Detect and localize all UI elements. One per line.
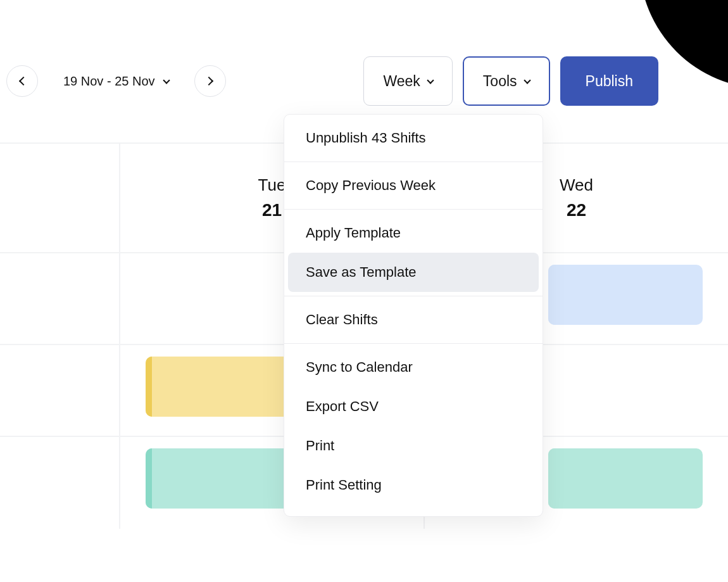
menu-section: Copy Previous Week (284, 162, 543, 209)
chevron-left-icon (18, 77, 27, 85)
view-selector[interactable]: Week (363, 56, 452, 106)
chevron-down-icon (524, 77, 530, 84)
menu-item-apply-template[interactable]: Apply Template (284, 213, 543, 253)
chevron-down-icon (163, 77, 170, 84)
menu-item-print[interactable]: Print (284, 426, 543, 465)
prev-week-button[interactable] (6, 65, 38, 97)
view-label: Week (383, 73, 420, 90)
date-range-label: 19 Nov - 25 Nov (63, 74, 155, 89)
row-spacer (0, 345, 120, 436)
shift-stripe (146, 357, 152, 417)
next-week-button[interactable] (194, 65, 226, 97)
shift-block[interactable] (548, 448, 703, 509)
row-spacer (0, 253, 120, 344)
day-name: Wed (560, 175, 593, 195)
menu-item-copy-previous-week[interactable]: Copy Previous Week (284, 166, 543, 205)
menu-item-print-setting[interactable]: Print Setting (284, 465, 543, 505)
menu-item-save-as-template[interactable]: Save as Template (288, 253, 539, 292)
chevron-down-icon (427, 77, 434, 84)
menu-section: Sync to CalendarExport CSVPrintPrint Set… (284, 344, 543, 509)
menu-section: Unpublish 43 Shifts (284, 115, 543, 161)
menu-item-unpublish-43-shifts[interactable]: Unpublish 43 Shifts (284, 118, 543, 158)
shift-stripe (146, 448, 152, 509)
header-spacer (0, 144, 120, 252)
menu-item-export-csv[interactable]: Export CSV (284, 387, 543, 426)
day-number: 21 (262, 200, 282, 220)
row-spacer (0, 437, 120, 529)
tools-button[interactable]: Tools (463, 56, 550, 106)
day-number: 22 (567, 200, 586, 220)
tools-label: Tools (483, 73, 517, 90)
day-name: Tue (258, 175, 286, 195)
chevron-right-icon (204, 77, 213, 85)
tools-dropdown-menu: Unpublish 43 ShiftsCopy Previous WeekApp… (284, 114, 543, 517)
shift-stripe (548, 265, 555, 325)
date-range-selector[interactable]: 19 Nov - 25 Nov (63, 74, 169, 89)
publish-label: Publish (586, 73, 633, 90)
publish-button[interactable]: Publish (560, 56, 658, 106)
toolbar: 19 Nov - 25 Nov Week Tools Publish (0, 56, 728, 106)
menu-section: Clear Shifts (284, 296, 543, 343)
shift-block[interactable] (548, 265, 703, 325)
menu-section: Apply TemplateSave as Template (284, 210, 543, 296)
menu-item-sync-to-calendar[interactable]: Sync to Calendar (284, 348, 543, 387)
shift-stripe (548, 448, 555, 509)
menu-item-clear-shifts[interactable]: Clear Shifts (284, 300, 543, 339)
